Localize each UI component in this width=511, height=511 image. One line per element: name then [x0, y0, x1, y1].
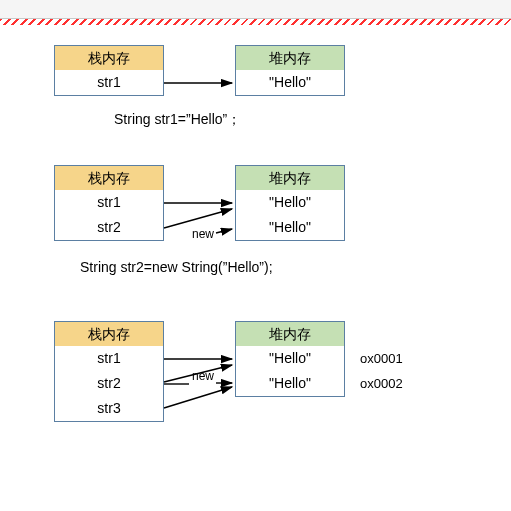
- d3-stack-cell-str2: str2: [54, 371, 164, 397]
- d3-heap-cell-hello1: "Hello": [235, 346, 345, 372]
- d2-stack-header: 栈内存: [54, 165, 164, 191]
- svg-line-2: [164, 209, 232, 228]
- d3-heap-cell-hello2: "Hello": [235, 371, 345, 397]
- d2-heap-header: 堆内存: [235, 165, 345, 191]
- diagram-canvas: 栈内存 str1 堆内存 "Hello" String str1=”Hello”…: [0, 25, 511, 511]
- d2-caption: String str2=new String(”Hello”);: [80, 259, 273, 275]
- d1-heap-cell-hello: "Hello": [235, 70, 345, 96]
- d3-stack-header: 栈内存: [54, 321, 164, 347]
- d1-heap-header: 堆内存: [235, 45, 345, 71]
- d3-addr-1: ox0001: [360, 351, 403, 366]
- d2-stack-cell-str1: str1: [54, 190, 164, 216]
- d3-stack-cell-str3: str3: [54, 396, 164, 422]
- window-titlebar: [0, 0, 511, 19]
- d2-heap-cell-hello1: "Hello": [235, 190, 345, 216]
- d1-stack-cell-str1: str1: [54, 70, 164, 96]
- d3-heap-header: 堆内存: [235, 321, 345, 347]
- d3-new-label: new: [192, 369, 214, 383]
- d1-stack-header: 栈内存: [54, 45, 164, 71]
- d1-caption: String str1=”Hello”；: [114, 111, 241, 129]
- d3-stack-cell-str1: str1: [54, 346, 164, 372]
- d2-stack-cell-str2: str2: [54, 215, 164, 241]
- svg-line-3: [216, 229, 232, 233]
- svg-line-8: [164, 387, 232, 408]
- d3-addr-2: ox0002: [360, 376, 403, 391]
- d2-heap-cell-hello2: "Hello": [235, 215, 345, 241]
- d2-new-label: new: [192, 227, 214, 241]
